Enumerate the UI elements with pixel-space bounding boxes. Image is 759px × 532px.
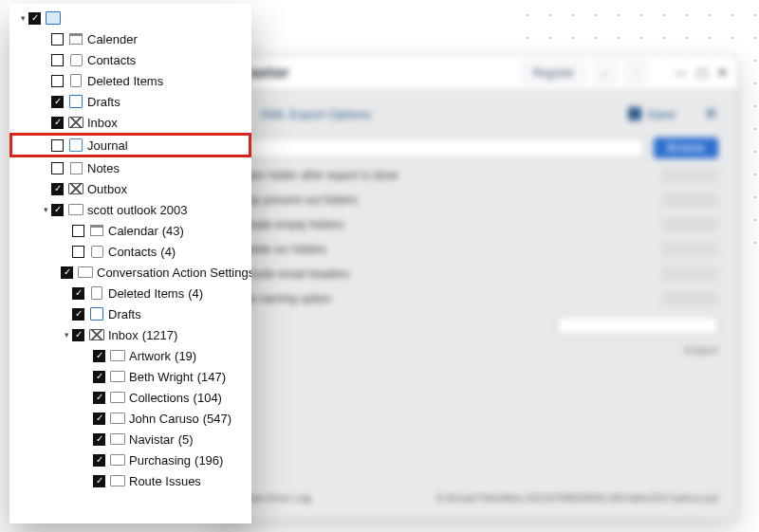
tree-item[interactable]: John Caruso (547) [9,408,251,429]
tree-item[interactable]: Conversation Action Settings [9,262,251,283]
checkbox[interactable] [72,246,84,258]
menu-icon[interactable]: ⋮ [625,63,646,83]
trash-icon [89,286,104,300]
expand-toggle-icon[interactable]: ▾ [61,330,72,339]
tree-item[interactable]: Outbox [9,178,251,199]
tree-item-label: Collections [129,391,190,405]
option-label: Create empty folders [238,218,661,231]
tree-item[interactable]: Contacts (4) [9,241,251,262]
window-min-icon[interactable]: — [675,65,687,80]
folder-icon [68,203,83,216]
option-label: Open folder after export is done [238,169,661,182]
tree-item[interactable]: Artwork (19) [9,345,251,366]
tree-item[interactable]: Calender [9,28,251,49]
item-count: (5) [178,432,194,447]
item-count: (147) [197,370,226,384]
checkbox[interactable] [93,350,105,362]
tree-item[interactable]: Deleted Items [9,70,251,91]
option-value[interactable] [661,242,718,257]
expand-toggle-icon[interactable]: ▾ [17,13,28,23]
person-icon [68,53,83,66]
tree-item[interactable]: Beth Wright (147) [9,366,251,387]
option-label: Include email headers [238,267,661,281]
save-button[interactable]: Save [628,107,676,121]
checkbox[interactable] [72,225,84,237]
tree-item-label: Navistar [129,432,175,447]
checkbox[interactable] [93,475,105,487]
item-count: (104) [194,391,222,405]
item-count: (1217) [142,328,178,342]
tree-item[interactable]: Purchasing (196) [9,449,251,470]
tree-item[interactable]: Deleted Items (4) [9,283,251,303]
folder-icon [110,453,125,467]
tree-item[interactable]: Inbox [9,112,251,133]
option-value[interactable] [661,217,718,232]
checkbox[interactable] [93,413,105,425]
checkbox[interactable] [93,454,105,467]
tree-item[interactable]: Drafts [9,91,251,112]
tree-item[interactable]: Calendar (43) [9,220,251,241]
option-value[interactable] [661,168,718,183]
tree-item[interactable]: Notes [9,157,251,178]
folder-icon [110,474,125,487]
path-input[interactable] [238,138,644,158]
item-count: (43) [162,224,184,238]
save-icon [628,107,641,120]
checkbox[interactable] [51,75,64,87]
window-max-icon[interactable]: ▢ [696,65,708,80]
tree-item[interactable]: Journal [9,133,251,157]
checkbox[interactable] [93,371,105,383]
tree-item-label: Artwork [129,349,171,363]
folder-icon [110,370,125,383]
checkbox[interactable] [51,162,64,174]
checkbox[interactable] [93,392,105,404]
title-bar: Xtraxtor Register ⌕ ⋮ — ▢ ✕ [219,56,737,90]
tree-item[interactable]: ▾Inbox (1217) [9,324,251,345]
tree-item[interactable]: ▾ [9,8,251,28]
mail-icon [68,116,83,129]
search-icon[interactable]: ⌕ [595,63,616,83]
tree-item[interactable]: Route Issues [9,470,251,491]
tree-item-label: Journal [87,138,128,153]
tree-item[interactable]: Contacts [9,49,251,70]
footer-path: E:\Email Files\files-20210706020502-087a… [436,492,718,504]
tree-item-label: Deleted Items [87,74,163,88]
option-value[interactable] [661,291,718,306]
checkbox[interactable] [61,266,73,279]
checkbox[interactable] [28,12,41,25]
naming-value: Subject [683,344,718,356]
checkbox[interactable] [51,54,64,66]
option-label: Delete src folders [238,243,661,256]
tree-item[interactable]: Drafts [9,303,251,324]
naming-select[interactable] [557,316,718,335]
browse-button[interactable]: Browse [654,138,718,158]
tree-item[interactable]: Navistar (5) [9,429,251,449]
checkbox[interactable] [51,183,64,195]
option-value[interactable] [661,266,718,282]
checkbox[interactable] [51,204,64,216]
window-close-icon[interactable]: ✕ [717,65,728,80]
checkbox[interactable] [72,287,84,300]
close-icon[interactable]: ✕ [704,103,718,124]
checkbox[interactable] [51,96,64,108]
tree-item[interactable]: Collections (104) [9,387,251,408]
checkbox[interactable] [72,308,84,321]
tree-item[interactable]: ▾scott outlook 2003 [9,199,251,220]
tree-item-label: Calender [87,32,138,46]
item-count: (547) [203,412,231,426]
tree-item-label: Inbox [108,328,139,342]
checkbox[interactable] [72,329,84,341]
folder-icon [110,432,125,446]
checkbox[interactable] [51,33,64,46]
mail-icon [68,182,83,195]
tree-item-label: Notes [87,161,120,175]
person-icon [89,245,104,258]
checkbox[interactable] [51,117,64,129]
checkbox[interactable] [51,139,64,152]
register-button[interactable]: Register [522,64,585,83]
checkbox[interactable] [93,433,105,446]
expand-toggle-icon[interactable]: ▾ [40,205,51,214]
calendar-icon [68,32,83,46]
option-value[interactable] [661,193,718,208]
option-label: File naming option [238,292,661,305]
